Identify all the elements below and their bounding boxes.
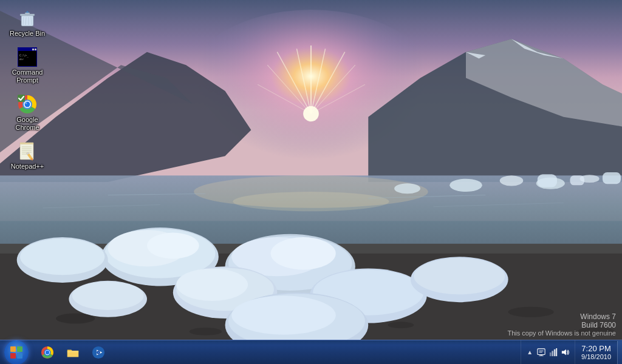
- svg-point-54: [56, 313, 95, 323]
- svg-point-35: [147, 233, 199, 259]
- svg-point-20: [233, 192, 389, 211]
- svg-point-48: [72, 281, 144, 310]
- google-chrome-label: Google Chrome: [9, 116, 46, 132]
- svg-text:dir: dir: [19, 58, 24, 61]
- svg-point-83: [25, 101, 30, 107]
- system-tray: ▲: [521, 340, 622, 365]
- network-icon[interactable]: [548, 347, 559, 358]
- action-center-icon[interactable]: [536, 347, 547, 358]
- svg-point-109: [98, 351, 100, 353]
- command-prompt-label: Command Prompt: [9, 69, 46, 84]
- action-center-svg-icon: [537, 348, 545, 357]
- tray-icons: ▲: [521, 340, 575, 365]
- notepad-svg-icon: [18, 141, 37, 161]
- recycle-bin-icon[interactable]: Recycle Bin: [6, 6, 49, 40]
- svg-point-44: [176, 269, 248, 302]
- svg-text:C:\>_: C:\>_: [19, 53, 29, 58]
- svg-point-56: [388, 322, 414, 328]
- taskbar-pinned: [35, 342, 111, 363]
- svg-marker-119: [562, 349, 566, 355]
- notepad-plus-icon[interactable]: Notepad++: [6, 139, 49, 173]
- svg-point-104: [46, 350, 49, 354]
- svg-rect-116: [552, 351, 553, 356]
- notepad-plus-label: Notepad++: [11, 163, 44, 170]
- svg-rect-118: [556, 348, 557, 356]
- start-button[interactable]: [0, 340, 33, 365]
- volume-icon[interactable]: [560, 347, 571, 358]
- svg-rect-98: [17, 346, 22, 352]
- watermark-line2: Build 7600: [507, 321, 616, 329]
- taskbar-media-button[interactable]: [86, 342, 111, 363]
- recycle-bin-svg-icon: [18, 8, 37, 28]
- clock-time: 7:20 PM: [581, 344, 610, 353]
- desktop-icons: Recycle Bin C:\>_ dir: [6, 6, 49, 173]
- svg-rect-87: [20, 143, 33, 144]
- svg-rect-97: [10, 346, 16, 352]
- show-desktop-button[interactable]: [617, 341, 622, 364]
- taskbar-media-icon: [92, 346, 105, 359]
- taskbar-explorer-icon: [66, 346, 80, 359]
- desktop-background: [0, 0, 622, 364]
- svg-rect-117: [554, 349, 556, 356]
- svg-rect-105: [67, 351, 78, 352]
- watermark-line1: Windows 7: [507, 312, 616, 321]
- svg-rect-59: [538, 174, 557, 187]
- svg-point-55: [190, 328, 222, 335]
- clock-date: 9/18/2010: [581, 353, 611, 360]
- network-svg-icon: [549, 348, 558, 357]
- start-orb: [4, 340, 29, 365]
- svg-point-41: [20, 238, 104, 275]
- svg-point-11: [303, 106, 319, 122]
- windows-watermark: Windows 7 Build 7600 This copy of Window…: [507, 312, 616, 337]
- svg-rect-100: [17, 353, 22, 359]
- svg-point-31: [394, 183, 420, 194]
- recycle-bin-label: Recycle Bin: [10, 30, 45, 38]
- svg-rect-99: [10, 353, 16, 359]
- svg-rect-61: [603, 172, 621, 184]
- cmd-svg-icon: C:\>_ dir: [18, 47, 37, 67]
- windows-logo-icon: [10, 346, 23, 359]
- svg-point-84: [26, 102, 27, 104]
- taskbar-chrome-button[interactable]: [35, 342, 60, 363]
- taskbar-explorer-button[interactable]: [61, 342, 85, 363]
- svg-point-28: [500, 175, 524, 186]
- svg-point-27: [449, 179, 482, 192]
- clock[interactable]: 7:20 PM 9/18/2010: [575, 340, 617, 365]
- svg-rect-75: [32, 49, 34, 50]
- svg-rect-60: [570, 175, 584, 185]
- svg-rect-115: [550, 352, 552, 356]
- svg-rect-67: [25, 13, 30, 15]
- svg-rect-76: [35, 49, 36, 50]
- taskbar: ▲: [0, 340, 622, 364]
- command-prompt-icon[interactable]: C:\>_ dir Command Prompt: [6, 45, 49, 87]
- chrome-svg-icon: [18, 95, 37, 114]
- svg-point-53: [231, 296, 335, 335]
- svg-point-39: [271, 237, 336, 270]
- watermark-line3: This copy of Windows is not genuine: [507, 329, 616, 337]
- svg-rect-74: [18, 48, 32, 50]
- taskbar-chrome-icon: [41, 346, 54, 359]
- tray-expand-arrow[interactable]: ▲: [525, 349, 535, 356]
- svg-rect-110: [538, 348, 545, 354]
- google-chrome-icon[interactable]: Google Chrome: [6, 92, 49, 134]
- svg-point-50: [414, 258, 505, 294]
- volume-svg-icon: [561, 348, 570, 357]
- desktop: Recycle Bin C:\>_ dir: [0, 0, 622, 364]
